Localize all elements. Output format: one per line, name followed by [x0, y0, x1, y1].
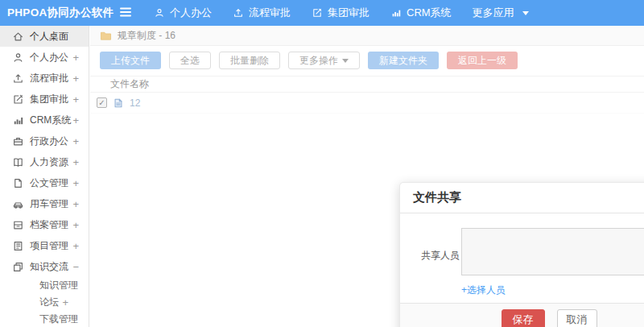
toolbar-button-4[interactable]: 更多操作 [288, 52, 360, 69]
doc-icon [12, 177, 24, 189]
topnav-item-label: 流程审批 [249, 6, 291, 20]
toolbar-button-5[interactable]: 新建文件夹 [368, 52, 439, 69]
toolbar-button-label: 上传文件 [111, 54, 150, 68]
file-row: ✓12 [90, 93, 644, 114]
toolbar-button-label: 新建文件夹 [379, 54, 427, 68]
sidebar-item-label: 公文管理 [30, 176, 68, 190]
toolbar: 上传文件全选批量删除更多操作新建文件夹返回上一级 [90, 46, 644, 70]
sidebar-item-label: 项目管理 [30, 239, 68, 253]
sidebar-item-label: 个人办公 [30, 51, 68, 64]
sidebar-item-9[interactable]: 用车管理+ [0, 193, 89, 214]
home-icon [12, 31, 24, 43]
expand-icon[interactable]: + [72, 73, 79, 84]
toolbar-button-1[interactable]: 上传文件 [100, 52, 161, 69]
sidebar-subitem-1[interactable]: 知识管理 [0, 277, 89, 294]
topnav-item-label: CRM系统 [407, 6, 452, 20]
share-icon [12, 261, 24, 273]
sidebar-item-label: 行政办公 [30, 135, 68, 148]
expand-icon[interactable]: + [72, 52, 79, 63]
sidebar-subitem-label: 知识管理 [39, 279, 78, 292]
sidebar-item-label: 人力资源 [30, 155, 68, 169]
dialog-body: 共享人员 +选择人员 [400, 213, 644, 297]
sidebar-item-7[interactable]: 人力资源+ [0, 151, 89, 172]
sidebar-item-label: CRM系统 [30, 114, 71, 127]
upload-icon [233, 7, 244, 19]
file-name[interactable]: 12 [130, 97, 140, 109]
expand-icon[interactable]: + [72, 157, 79, 168]
topnav-item-2[interactable]: 流程审批 [222, 0, 301, 26]
topnav-item-label: 集团审批 [328, 6, 369, 20]
sidebar-item-6[interactable]: 行政办公+ [0, 130, 89, 151]
toolbar-button-6[interactable]: 返回上一级 [447, 52, 518, 69]
car-icon [12, 198, 24, 210]
dialog-header: 文件共享 [400, 183, 644, 213]
hamburger-menu-icon[interactable] [119, 6, 132, 21]
sidebar-item-2[interactable]: 个人办公+ [0, 47, 89, 68]
sidebar-item-label: 用车管理 [30, 197, 68, 211]
expand-icon[interactable]: + [72, 220, 79, 230]
toolbar-button-3[interactable]: 批量删除 [219, 52, 280, 69]
topnav-item-5[interactable]: 更多应用 [462, 0, 539, 26]
expand-icon[interactable]: + [72, 115, 79, 126]
expand-icon[interactable]: + [72, 199, 79, 209]
sidebar-subitem-3[interactable]: 下载管理 [0, 311, 89, 327]
row-checkbox[interactable]: ✓ [97, 97, 107, 108]
toolbar-button-label: 批量删除 [230, 54, 269, 68]
upload-icon [12, 72, 24, 85]
topnav-item-label: 个人办公 [170, 6, 212, 20]
edit-icon [12, 93, 24, 106]
save-button[interactable]: 保存 [502, 309, 545, 327]
sidebar: 个人桌面个人办公+流程审批+集团审批+CRM系统+行政办公+人力资源+公文管理+… [0, 26, 89, 327]
user-icon [154, 7, 165, 19]
topnav-item-3[interactable]: 集团审批 [301, 0, 380, 26]
expand-icon[interactable]: + [72, 94, 79, 105]
toolbar-button-label: 全选 [180, 54, 200, 68]
breadcrumb: 规章制度 - 16 [90, 26, 644, 46]
toolbar-button-label: 更多操作 [299, 54, 338, 68]
file-list: ✓12 [90, 93, 644, 114]
chart-icon [12, 114, 24, 126]
sidebar-item-5[interactable]: CRM系统+ [0, 110, 89, 130]
sidebar-item-label: 个人桌面 [30, 30, 68, 43]
sidebar-item-11[interactable]: 项目管理+ [0, 235, 89, 256]
toolbar-button-label: 返回上一级 [458, 54, 506, 68]
sidebar-item-12[interactable]: 知识交流− [0, 256, 89, 277]
select-members-link[interactable]: +选择人员 [461, 284, 506, 297]
share-members-label: 共享人员 [421, 249, 461, 263]
dialog-title: 文件共享 [413, 190, 461, 205]
collapse-icon[interactable]: − [72, 262, 79, 272]
sidebar-item-1[interactable]: 个人桌面 [0, 26, 89, 47]
sidebar-subitem-label: 论坛 [39, 296, 59, 309]
share-members-input[interactable] [461, 228, 644, 275]
sidebar-item-3[interactable]: 流程审批+ [0, 68, 89, 89]
breadcrumb-label: 规章制度 - 16 [118, 29, 175, 43]
sidebar-item-label: 知识交流 [30, 260, 68, 274]
expand-icon[interactable]: + [72, 178, 79, 188]
sidebar-item-8[interactable]: 公文管理+ [0, 172, 89, 193]
book-icon [12, 156, 24, 168]
file-icon [113, 97, 124, 109]
user-icon [12, 52, 24, 64]
sidebar-item-10[interactable]: 档案管理+ [0, 214, 89, 235]
top-nav: 个人办公流程审批集团审批CRM系统更多应用 [143, 0, 539, 26]
file-share-dialog: 文件共享 共享人员 +选择人员 保存 取消 [399, 182, 644, 327]
expand-icon[interactable]: + [72, 241, 79, 251]
cancel-button[interactable]: 取消 [557, 309, 597, 327]
topnav-item-1[interactable]: 个人办公 [143, 0, 222, 26]
project-icon [12, 240, 24, 252]
topbar: PHPOA协同办公软件 个人办公流程审批集团审批CRM系统更多应用 [0, 0, 644, 26]
expand-icon[interactable]: + [72, 136, 79, 147]
topnav-item-4[interactable]: CRM系统 [380, 0, 462, 26]
topnav-item-label: 更多应用 [473, 6, 514, 20]
chart-icon [390, 7, 402, 19]
sidebar-subitem-2[interactable]: 论坛+ [0, 294, 89, 311]
column-header-filename: 文件名称 [110, 77, 149, 91]
app-brand: PHPOA协同办公软件 [0, 6, 114, 20]
sidebar-item-label: 集团审批 [30, 93, 68, 106]
toolbar-button-2[interactable]: 全选 [169, 52, 211, 69]
dialog-footer: 保存 取消 [400, 303, 644, 327]
expand-icon[interactable]: + [62, 297, 68, 308]
caret-down-icon [522, 11, 529, 15]
caret-down-icon [342, 59, 349, 63]
sidebar-item-4[interactable]: 集团审批+ [0, 89, 89, 110]
